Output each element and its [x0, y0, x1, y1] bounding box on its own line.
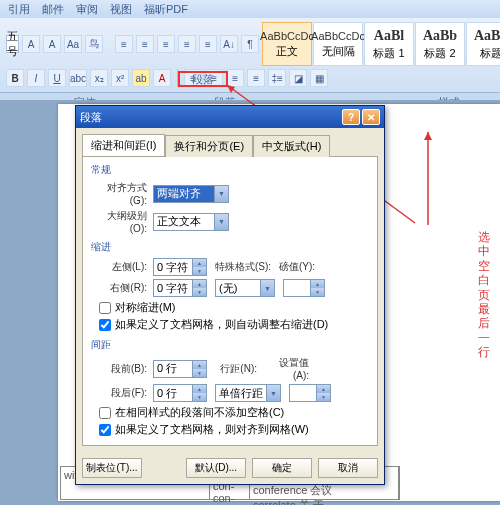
left-indent-label: 左侧(L):: [91, 260, 149, 274]
paragraph-dialog: 段落 ? ✕ 缩进和间距(I) 换行和分页(E) 中文版式(H) 常规 对齐方式…: [75, 105, 385, 485]
ribbon-tab[interactable]: 视图: [110, 2, 132, 16]
before-label: 段前(B):: [91, 362, 149, 376]
mirror-indent-checkbox[interactable]: 对称缩进(M): [99, 300, 369, 315]
dialog-tabs: 缩进和间距(I) 换行和分页(E) 中文版式(H): [76, 128, 384, 156]
align-left-button[interactable]: ≡: [184, 69, 202, 87]
section-spacing: 间距: [91, 338, 369, 352]
show-marks-button[interactable]: ¶: [241, 35, 259, 53]
change-case-button[interactable]: Aa: [64, 35, 82, 53]
section-preview: 预览: [91, 443, 369, 446]
bullets-button[interactable]: ≡: [115, 35, 133, 53]
clear-format-button[interactable]: 鸟: [85, 35, 103, 53]
subscript-button[interactable]: x₂: [90, 69, 108, 87]
outline-label: 大纲级别(O):: [91, 209, 149, 234]
underline-button[interactable]: U: [48, 69, 66, 87]
ok-button[interactable]: 确定: [252, 458, 312, 478]
numbering-button[interactable]: ≡: [136, 35, 154, 53]
align-label: 对齐方式(G):: [91, 181, 149, 206]
strike-button[interactable]: abc: [69, 69, 87, 87]
tabstops-button[interactable]: 制表位(T)...: [82, 458, 142, 478]
align-combo[interactable]: 两端对齐▼: [153, 185, 229, 203]
shrink-font-button[interactable]: A: [43, 35, 61, 53]
style-heading1[interactable]: AaBl标题 1: [364, 22, 414, 66]
borders-button[interactable]: ▦: [310, 69, 328, 87]
ribbon-tab-strip: 引用 邮件 审阅 视图 福昕PDF: [0, 0, 500, 18]
close-button[interactable]: ✕: [362, 109, 380, 125]
indent-dec-button[interactable]: ≡: [178, 35, 196, 53]
style-nospacing[interactable]: AaBbCcDc无间隔: [313, 22, 363, 66]
linesp-label: 行距(N):: [211, 362, 259, 376]
style-normal[interactable]: AaBbCcDc正文: [262, 22, 312, 66]
align-center-button[interactable]: ≡: [205, 69, 223, 87]
left-indent-spinner[interactable]: 0 字符▲▼: [153, 258, 207, 276]
linesp-combo[interactable]: 单倍行距▼: [215, 384, 281, 402]
sort-button[interactable]: A↓: [220, 35, 238, 53]
at-label: 设置值(A):: [263, 356, 311, 381]
right-indent-spinner[interactable]: 0 字符▲▼: [153, 279, 207, 297]
right-indent-label: 右侧(R):: [91, 281, 149, 295]
outline-combo[interactable]: 正文文本▼: [153, 213, 229, 231]
ribbon-tab[interactable]: 审阅: [76, 2, 98, 16]
default-button[interactable]: 默认(D)...: [186, 458, 246, 478]
annotation-text: 选中空白页最后一行: [478, 230, 492, 360]
dialog-body: 常规 对齐方式(G): 两端对齐▼ 大纲级别(O): 正文文本▼ 缩进 左侧(L…: [82, 156, 378, 446]
section-indent: 缩进: [91, 240, 369, 254]
superscript-button[interactable]: x²: [111, 69, 129, 87]
dialog-titlebar[interactable]: 段落 ? ✕: [76, 106, 384, 128]
multilevel-button[interactable]: ≡: [157, 35, 175, 53]
tab-indent-spacing[interactable]: 缩进和间距(I): [82, 134, 165, 156]
highlight-button[interactable]: ab: [132, 69, 150, 87]
at-spinner[interactable]: ▲▼: [289, 384, 331, 402]
tab-line-break[interactable]: 换行和分页(E): [165, 135, 253, 157]
special-combo[interactable]: (无)▼: [215, 279, 275, 297]
ribbon: 五号 A A Aa 鸟 ≡ ≡ ≡ ≡ ≡ A↓ ¶ AaBbCcDc正文 Aa…: [0, 18, 500, 93]
font-color-button[interactable]: A: [153, 69, 171, 87]
nospace-checkbox[interactable]: 在相同样式的段落间不添加空格(C): [99, 405, 369, 420]
style-title[interactable]: AaBb标题: [466, 22, 500, 66]
ribbon-tab[interactable]: 邮件: [42, 2, 64, 16]
shading-button[interactable]: ◪: [289, 69, 307, 87]
line-spacing-button[interactable]: ‡≡: [268, 69, 286, 87]
bold-button[interactable]: B: [6, 69, 24, 87]
grow-font-button[interactable]: A: [22, 35, 40, 53]
ribbon-tab[interactable]: 引用: [8, 2, 30, 16]
align-right-button[interactable]: ≡: [226, 69, 244, 87]
before-spinner[interactable]: 0 行▲▼: [153, 360, 207, 378]
auto-grid-checkbox[interactable]: 如果定义了文档网格，则自动调整右缩进(D): [99, 317, 369, 332]
font-size-combo[interactable]: 五号: [6, 35, 19, 53]
special-label: 特殊格式(S):: [211, 260, 273, 274]
watermark: Baidu 经验 jingyan.baidu.com: [424, 472, 494, 499]
by-label: 磅值(Y):: [277, 260, 317, 274]
style-heading2[interactable]: AaBb标题 2: [415, 22, 465, 66]
after-spinner[interactable]: 0 行▲▼: [153, 384, 207, 402]
by-spinner[interactable]: ▲▼: [283, 279, 325, 297]
indent-inc-button[interactable]: ≡: [199, 35, 217, 53]
dialog-button-row: 制表位(T)... 默认(D)... 确定 取消: [76, 452, 384, 484]
cancel-button[interactable]: 取消: [318, 458, 378, 478]
ribbon-tab[interactable]: 福昕PDF: [144, 2, 188, 16]
after-label: 段后(F):: [91, 386, 149, 400]
help-button[interactable]: ?: [342, 109, 360, 125]
section-general: 常规: [91, 163, 369, 177]
dialog-title: 段落: [80, 110, 102, 125]
tab-asian[interactable]: 中文版式(H): [253, 135, 330, 157]
align-justify-button[interactable]: ≡: [247, 69, 265, 87]
snapgrid-checkbox[interactable]: 如果定义了文档网格，则对齐到网格(W): [99, 422, 369, 437]
style-gallery: AaBbCcDc正文 AaBbCcDc无间隔 AaBl标题 1 AaBb标题 2…: [262, 22, 500, 66]
italic-button[interactable]: I: [27, 69, 45, 87]
